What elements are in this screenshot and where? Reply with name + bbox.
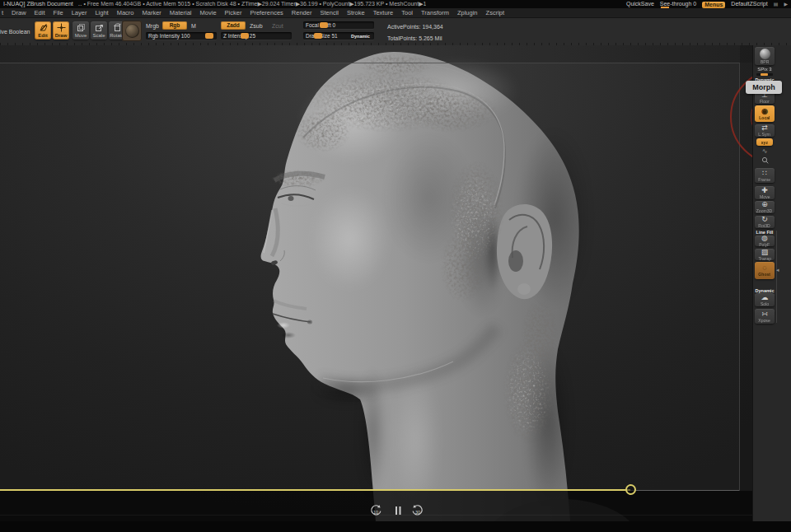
scroll-icon[interactable]: ∿ [759, 147, 770, 156]
see-through-label: See-through 0 [660, 1, 696, 7]
menu-item-render[interactable]: Render [292, 8, 312, 17]
window-play-icon[interactable]: ▶ [784, 0, 788, 8]
menu-item-draw[interactable]: Draw [12, 8, 26, 17]
draw-button[interactable]: Draw [53, 21, 69, 40]
rgb-button[interactable]: Rgb [162, 21, 187, 30]
window-menu-icon[interactable]: ▤ [774, 0, 779, 8]
menu-item-tool[interactable]: Tool [401, 8, 413, 17]
sculpt-canvas[interactable]: 10 30 [0, 45, 752, 521]
progress-playhead[interactable] [625, 484, 636, 495]
zoom3d-button[interactable]: ⊕ Zoom3D [755, 201, 775, 213]
live-boolean-label[interactable]: Live Boolean [0, 28, 30, 35]
menu-item-file[interactable]: File [54, 8, 63, 17]
right-shelf: BPR SPix 3 Dynamic ▦ Persp ⊥ Floor ◉ Loc… [752, 45, 791, 521]
menu-item-zscript[interactable]: Zscript [486, 8, 505, 17]
menu-item-light[interactable]: Light [95, 8, 108, 17]
move-button[interactable]: Move [73, 21, 89, 40]
active-points-readout: ActivePoints: 194,364 [387, 23, 443, 30]
bottom-bar [0, 521, 791, 532]
tray-divider [776, 231, 777, 323]
menu-item-material[interactable]: Material [170, 8, 192, 17]
title-bar: I-NUAQ] ZBrush Document ‥ • Free Mem 46.… [0, 0, 791, 8]
menu-item-layer[interactable]: Layer [72, 8, 87, 17]
frame-button[interactable]: ∷ Frame [755, 168, 775, 183]
lsym-button[interactable]: ⇄ L.Sym [755, 124, 775, 137]
menu-item-macro[interactable]: Macro [117, 8, 134, 17]
move-3d-icon: ✚ [761, 187, 768, 194]
material-button[interactable] [122, 21, 142, 41]
skip-forward-value: 30 [415, 510, 420, 515]
local-button[interactable]: ◉ Local [755, 105, 775, 122]
edit-icon [39, 23, 48, 32]
transp-label: Transp [758, 256, 771, 260]
zadd-button[interactable]: Zadd [221, 21, 246, 30]
move-3d-button[interactable]: ✚ Move [755, 186, 775, 199]
focal-shift-slider[interactable]: Focal Shift 0 [303, 21, 374, 29]
draw-label: Draw [55, 33, 68, 38]
move-label: Move [75, 33, 87, 38]
document-border-top [0, 63, 739, 63]
move-icon [77, 23, 86, 32]
polyframe-icon: ◍ [761, 235, 768, 242]
zsub-button[interactable]: Zsub [250, 22, 263, 30]
zoom-icon[interactable] [759, 156, 770, 165]
top-shelf: Live Boolean Edit Draw Move Scale [0, 18, 791, 45]
spix-slider[interactable] [756, 73, 773, 76]
scale-icon [95, 23, 104, 32]
mrgb-button[interactable]: Mrgb [146, 22, 159, 30]
tray-collapse-arrow[interactable]: ◂ [776, 267, 779, 273]
lsym-label: L.Sym [759, 132, 770, 136]
menu-item-texture[interactable]: Texture [373, 8, 394, 17]
zcut-button[interactable]: Zcut [272, 22, 283, 30]
zoom3d-icon: ⊕ [761, 201, 768, 208]
see-through-slider[interactable]: See-through 0 [660, 0, 696, 8]
m-button[interactable]: M [191, 22, 196, 30]
solo-cloud-icon: ☁ [761, 294, 769, 301]
menu-item-fragment[interactable]: t [2, 8, 3, 17]
rotate-icon [113, 23, 122, 32]
edit-button[interactable]: Edit [35, 21, 51, 40]
skip-back-10-button[interactable]: 10 [369, 504, 382, 517]
draw-size-handle[interactable] [314, 33, 322, 39]
menu-item-stroke[interactable]: Stroke [347, 8, 365, 17]
spix-handle[interactable] [761, 73, 768, 76]
menu-item-transform[interactable]: Transform [421, 8, 449, 17]
progress-fill[interactable] [0, 489, 630, 491]
document-title: I-NUAQ] ZBrush Document [3, 0, 73, 8]
dynamic-draw-size-toggle[interactable]: Dynamic [351, 34, 370, 39]
rgb-intensity-handle[interactable] [205, 33, 213, 39]
move-3d-label: Move [760, 194, 770, 198]
menu-item-picker[interactable]: Picker [225, 8, 242, 17]
solo-button[interactable]: ☁ Solo [755, 293, 775, 306]
quicksave-button[interactable]: QuickSave [626, 0, 654, 8]
menu-item-movie[interactable]: Movie [200, 8, 217, 17]
scale-label: Scale [92, 33, 105, 38]
transp-button[interactable]: ▨ Transp [755, 249, 775, 260]
rot3d-button[interactable]: ↻ Rot3D [755, 216, 775, 228]
xpose-button[interactable]: ∺ Xpose [755, 309, 775, 324]
sculpt-model-head [0, 45, 752, 521]
menus-button[interactable]: Menus [702, 2, 725, 8]
polyf-label: PolyF [759, 242, 770, 246]
menu-item-edit[interactable]: Edit [35, 8, 45, 17]
menu-item-marker[interactable]: Marker [143, 8, 161, 17]
menu-item-stencil[interactable]: Stencil [320, 8, 339, 17]
z-intensity-slider[interactable]: Z Intensity 25 [221, 32, 292, 40]
pause-button[interactable] [392, 504, 404, 517]
menu-item-preferences[interactable]: Preferences [250, 8, 283, 17]
rgb-intensity-slider[interactable]: Rgb Intensity 100 [146, 32, 217, 40]
scale-button[interactable]: Scale [91, 21, 107, 40]
focal-shift-handle[interactable] [320, 22, 328, 28]
solo-label: Solo [761, 301, 769, 306]
progress-remaining[interactable] [635, 490, 739, 491]
xyz-button[interactable]: xyz [756, 138, 773, 146]
default-zscript-button[interactable]: DefaultZScript [731, 0, 767, 8]
z-intensity-handle[interactable] [241, 33, 249, 39]
local-label: Local [759, 115, 770, 119]
ghost-button[interactable]: ◌ Ghost [755, 262, 775, 279]
menu-item-zplugin[interactable]: Zplugin [457, 8, 478, 17]
skip-forward-30-button[interactable]: 30 [411, 504, 424, 517]
bpr-button[interactable]: BPR [755, 47, 775, 65]
total-points-readout: TotalPoints: 5.265 Mil [387, 35, 442, 42]
polyf-button[interactable]: ◍ PolyF [755, 236, 775, 246]
